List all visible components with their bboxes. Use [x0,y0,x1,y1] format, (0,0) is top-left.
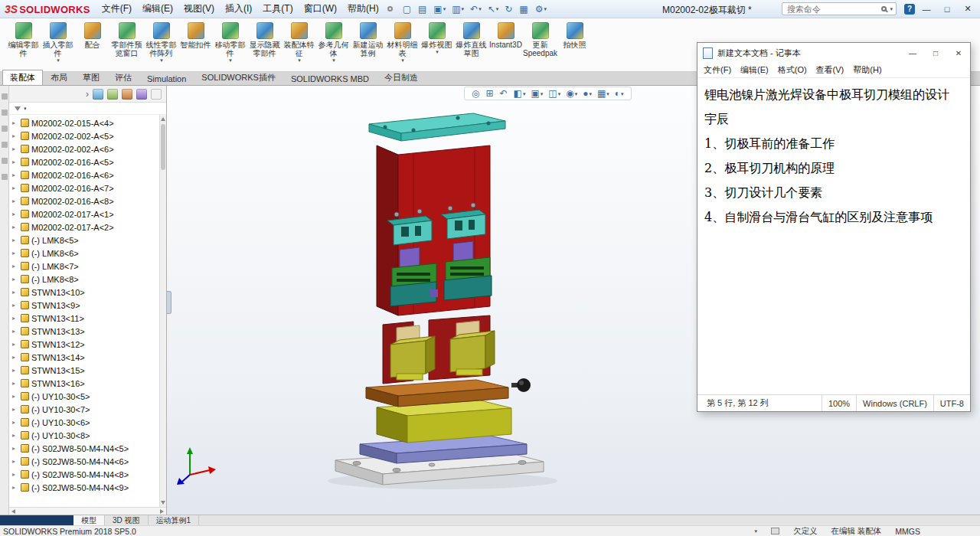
ribbon-button[interactable]: 新建运动算例 [351,21,385,63]
caret-icon[interactable]: ▾ [754,528,757,534]
tree-item[interactable]: ▸ M02002-02-016-A<6> [12,168,158,181]
tree-item[interactable]: ▸ STWN13<14> [12,351,158,364]
zoom-to-area-icon[interactable]: ⊞ [485,89,494,98]
configurationmanager-tab[interactable] [122,89,132,100]
tree-item[interactable]: ▸ M02002-02-015-A<4> [12,116,158,129]
tree-item[interactable]: ▸ M02002-02-002-A<6> [12,142,158,155]
caret-icon[interactable]: ▾ [890,6,893,11]
expander-icon[interactable]: ▸ [12,445,18,452]
tree-item[interactable]: ▸ (-) LMK8<8> [12,273,158,286]
expander-icon[interactable]: ▸ [12,132,18,139]
ribbon-button[interactable]: 智能扣件 [178,21,213,54]
expander-icon[interactable]: ▸ [12,315,18,322]
notepad-minimize-button[interactable]: — [901,43,924,63]
expander-icon[interactable]: ▸ [12,250,18,257]
adjustment-knob[interactable] [511,378,531,392]
tree-item[interactable]: ▸ (-) LMK8<5> [12,234,158,247]
tree-item[interactable]: ▸ STWN13<12> [12,338,158,351]
notepad-text-area[interactable]: 锂电池镍片激光焊设备中极耳切刀模组的设计宇辰1、切极耳前的准备工作2、极耳切刀机… [697,78,970,394]
ribbon-tab[interactable]: Simulation [139,72,194,85]
ribbon-button[interactable]: 配合 [75,21,109,54]
zoom-to-fit-icon[interactable]: ◎ [472,89,480,98]
menu-item[interactable]: 编辑(E) [137,0,178,18]
tree-item[interactable]: ▸ STWN13<9> [12,299,158,312]
tree-item[interactable]: ▸ M02002-02-017-A<1> [12,208,158,221]
expander-icon[interactable]: ▸ [12,484,18,491]
expander-icon[interactable]: ▸ [12,328,18,335]
panel-splitter-handle[interactable] [167,291,172,314]
scroll-down-icon[interactable] [161,501,165,505]
ribbon-tab[interactable]: 草图 [75,70,107,85]
scroll-up-icon[interactable] [161,117,165,121]
status-options-icon[interactable] [771,528,779,534]
tree-item[interactable]: ▸ STWN13<13> [12,325,158,338]
expander-icon[interactable]: ▸ [12,393,18,400]
menu-item[interactable]: 工具(T) [257,0,298,18]
edit-appearance-icon[interactable]: ● ▾ [583,89,592,98]
panel-expand-icon[interactable]: › [86,89,89,100]
ribbon-tab[interactable]: SOLIDWORKS插件 [194,70,283,85]
document-tab[interactable]: 运动算例1 [149,515,200,525]
expander-icon[interactable]: ▸ [12,354,18,361]
undo-button[interactable]: ↶ ▾ [468,3,484,15]
expander-icon[interactable]: ▸ [12,119,18,126]
menu-item[interactable]: 文件(F) [96,0,137,18]
ribbon-button[interactable]: Instant3D [488,21,523,54]
expander-icon[interactable]: ▸ [12,380,18,387]
minimize-button[interactable]: — [917,3,936,15]
notepad-titlebar[interactable]: 新建文本文档 - 记事本 — □ ✕ [697,43,970,63]
expander-icon[interactable]: ▸ [12,237,18,243]
new-document-button[interactable]: ▢ [400,3,414,15]
ribbon-button[interactable]: 材料明细表 ▾ [385,21,420,63]
document-tab[interactable]: 3D 视图 [105,515,149,525]
options-button[interactable]: ⚙ ▾ [533,3,549,15]
notepad-menu-item[interactable]: 查看(V) [812,64,849,76]
caret-icon[interactable]: ▾ [24,106,27,111]
tree-item[interactable]: ▸ STWN13<10> [12,286,158,299]
notepad-maximize-button[interactable]: □ [924,43,947,63]
scrollbar-thumb[interactable] [161,124,165,170]
tree-item[interactable]: ▸ M02002-02-016-A<7> [12,181,158,194]
ribbon-tab[interactable]: 装配体 [2,70,43,85]
tree-item[interactable]: ▸ (-) UY10-30<6> [12,416,158,429]
side-toolbar-button-3[interactable] [2,126,8,132]
expander-icon[interactable]: ▸ [12,341,18,348]
ribbon-button[interactable]: 拍快照 [557,21,592,54]
file-properties-button[interactable]: ▦ [517,3,531,15]
ribbon-button[interactable]: 装配体特征 ▾ [282,21,316,63]
notepad-menu-item[interactable]: 编辑(E) [736,64,773,76]
tree-item[interactable]: ▸ M02002-02-016-A<5> [12,155,158,168]
menu-item[interactable]: 窗口(W) [299,0,342,18]
tree-vertical-scrollbar[interactable] [159,115,166,507]
ribbon-button[interactable]: 更新Speedpak [523,21,557,63]
help-icon[interactable]: ? [904,4,915,15]
ribbon-button[interactable]: 爆炸直线草图 [454,21,488,63]
expander-icon[interactable]: ▸ [12,419,18,426]
tree-item[interactable]: ▸ (-) S02JW8-50-M4-N4<5> [12,442,158,455]
tree-item[interactable]: ▸ (-) UY10-30<5> [12,390,158,403]
view-orientation-icon[interactable]: ▣ ▾ [531,89,543,98]
side-toolbar-button-2[interactable] [2,109,8,116]
ribbon-button[interactable]: 线性零部件阵列 ▾ [144,21,178,63]
tree-item[interactable]: ▸ STWN13<11> [12,312,158,325]
tree-item[interactable]: ▸ M02002-02-002-A<5> [12,129,158,142]
tree-item[interactable]: ▸ (-) UY10-30<7> [12,403,158,416]
menu-item[interactable]: 视图(V) [178,0,220,18]
teal-top-plate[interactable] [369,113,505,141]
side-toolbar-button-6[interactable] [2,174,8,180]
expander-icon[interactable]: ▸ [12,263,18,270]
section-view-icon[interactable]: ◧ ▾ [514,89,526,98]
expander-icon[interactable]: ▸ [12,159,18,165]
notepad-menu-item[interactable]: 文件(F) [699,64,736,76]
expander-icon[interactable]: ▸ [12,367,18,374]
expander-icon[interactable]: ▸ [12,289,18,296]
side-toolbar-button-1[interactable] [2,93,8,100]
expander-icon[interactable]: ▸ [12,224,18,230]
tree-item[interactable]: ▸ (-) LMK8<6> [12,247,158,260]
dimxpertmanager-tab[interactable] [136,89,147,100]
hide-show-items-icon[interactable]: ◉ ▾ [566,89,577,98]
notepad-menu-item[interactable]: 帮助(H) [848,64,886,76]
expander-icon[interactable]: ▸ [12,185,18,191]
ribbon-button[interactable]: 编辑零部件 [6,21,41,63]
expander-icon[interactable]: ▸ [12,172,18,178]
